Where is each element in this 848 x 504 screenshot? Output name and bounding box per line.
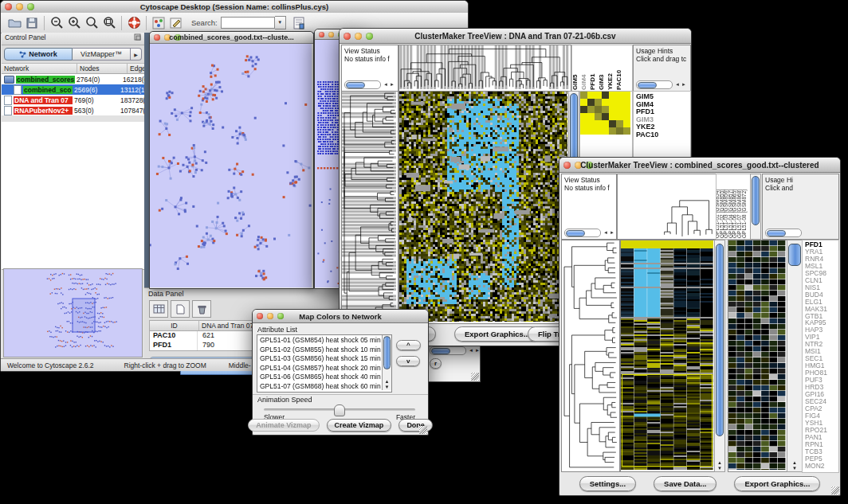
scroll-arrows-icon[interactable]: ▲▼	[715, 460, 724, 471]
attribute-list-item[interactable]: GPL51-04 (GSM857) heat shock 20 min	[260, 364, 391, 373]
scroll-arrows-icon[interactable]: ◄►	[603, 230, 616, 235]
fragment-hscrollbar[interactable]	[430, 346, 466, 355]
tab-network[interactable]: Network	[4, 48, 73, 61]
gene-list-item[interactable]: CPA2	[803, 405, 838, 412]
gene-list-item[interactable]: MON2	[803, 463, 838, 470]
gene-list-item[interactable]: RPN1	[803, 441, 838, 448]
annotation-icon[interactable]	[167, 15, 185, 31]
scroll-arrows-icon[interactable]: ◄►	[383, 82, 396, 87]
report-icon[interactable]	[291, 15, 308, 31]
usage-hints-scrollbar[interactable]	[765, 229, 802, 237]
open-file-icon[interactable]	[6, 15, 23, 31]
network-list-item[interactable]: combined_scores2764(0)16218(0)	[2, 74, 144, 84]
network-view-title-bar[interactable]: combined_scores_good.txt--cluste...	[150, 32, 313, 44]
close-button[interactable]	[319, 32, 324, 37]
modify-network-icon[interactable]	[150, 15, 167, 31]
resize-grip[interactable]	[419, 426, 427, 434]
tv1-column-label[interactable]: GIM5	[571, 74, 579, 90]
resize-grip[interactable]	[831, 486, 839, 494]
save-data-button[interactable]: Save Data...	[654, 476, 716, 491]
attribute-down-button[interactable]: v	[396, 356, 420, 366]
zoom-out-icon[interactable]	[48, 15, 65, 31]
zoom-fit-icon[interactable]	[83, 15, 100, 31]
attribute-list-item[interactable]: GPL51-03 (GSM856) heat shock 15 min	[260, 354, 391, 364]
animation-speed-slider[interactable]	[264, 408, 415, 411]
export-graphics-button[interactable]: Export Graphics...	[734, 476, 820, 491]
tv1-global-heatmap-canvas[interactable]	[399, 92, 567, 322]
tv1-row-dendrogram-canvas[interactable]	[342, 92, 396, 322]
resize-grip[interactable]	[471, 373, 479, 381]
attribute-up-button[interactable]: ^	[396, 340, 421, 350]
main-title-bar[interactable]: Cytoscape Desktop (Session Name: collins…	[1, 1, 468, 14]
scroll-arrows-icon[interactable]: ▲▼	[383, 379, 391, 390]
gene-list-item[interactable]: GPI16	[803, 391, 838, 398]
view-status-scrollbar[interactable]	[564, 229, 601, 237]
tv1-column-label[interactable]: GIM3	[598, 74, 605, 90]
save-icon[interactable]	[23, 15, 41, 31]
gene-list-item[interactable]: NIS1	[803, 284, 838, 291]
tab-overflow-arrow[interactable]: ▶	[131, 48, 142, 61]
search-dropdown-arrow[interactable]: ▼	[275, 16, 286, 29]
gene-list-item[interactable]: GTB1	[803, 313, 838, 320]
gene-list-item[interactable]: SEC24	[803, 398, 838, 405]
attribute-list-item[interactable]: GPL51-06 (GSM865) heat shock 40 min	[260, 373, 391, 382]
gene-list-item[interactable]: PHO81	[803, 369, 838, 377]
tv2-zoom-heatmap-canvas[interactable]	[728, 240, 786, 470]
tv1-column-label[interactable]: YKE2	[607, 73, 614, 90]
map-colors-title-bar[interactable]: Map Colors to Network	[253, 310, 428, 323]
data-table-column-header[interactable]: ID	[150, 321, 199, 330]
gene-list-item[interactable]: GIM3	[634, 116, 690, 124]
gene-list-item[interactable]: TCB3	[803, 448, 838, 455]
gene-list-item[interactable]: HAP3	[803, 326, 838, 334]
gene-list-item[interactable]: VIP1	[803, 334, 838, 341]
attribute-list-item[interactable]: GPL51-07 (GSM868) heat shock 60 min	[260, 382, 391, 392]
network-overview-canvas[interactable]	[4, 269, 142, 355]
gene-list-item[interactable]: PFD1	[634, 108, 690, 116]
gene-list-item[interactable]: CLN1	[803, 277, 838, 284]
delete-attribute-icon[interactable]	[192, 300, 211, 318]
attribute-list-item[interactable]: GPL51-01 (GSM854) heat shock 05 min	[260, 336, 391, 346]
gene-list-item[interactable]: BUD4	[803, 291, 838, 299]
usage-hints-scrollbar[interactable]	[636, 80, 673, 89]
gene-list-item[interactable]: PAN1	[803, 434, 838, 441]
gene-list-item[interactable]: GIM5	[634, 93, 690, 101]
scroll-arrows-icon[interactable]: ◄►	[469, 348, 481, 353]
gene-list-item[interactable]: ELG1	[803, 299, 838, 306]
attribute-list-item[interactable]: GPL51-02 (GSM855) heat shock 10 min	[260, 346, 391, 355]
gene-list-item[interactable]: PFD1	[803, 241, 838, 248]
tv2-column-label[interactable]: GPL51-08 (GSM872)	[741, 189, 747, 238]
treeview1-title-bar[interactable]: ClusterMaker TreeView : DNA and Tran 07-…	[340, 29, 691, 44]
new-attribute-icon[interactable]	[171, 300, 190, 318]
tv2-global-heatmap-canvas[interactable]	[621, 240, 713, 470]
network-list-item[interactable]: DNA and Tran 07769(0)183728(0)	[2, 95, 144, 105]
treeview2-title-bar[interactable]: ClusterMaker TreeView : combined_scores_…	[559, 158, 840, 173]
tv2-heatmap-vscrollbar[interactable]: ▲▼	[714, 240, 725, 472]
search-input[interactable]	[221, 17, 275, 29]
view-status-scrollbar[interactable]	[344, 80, 381, 89]
gene-list-item[interactable]: PUF3	[803, 377, 838, 384]
scroll-arrows-icon[interactable]: ◄►	[675, 82, 688, 87]
gene-list-item[interactable]: YSH1	[803, 420, 838, 427]
attribute-list-vscrollbar[interactable]: ▲▼	[382, 335, 391, 390]
network-table-column-header[interactable]: Nodes	[77, 64, 128, 73]
network-view-canvas[interactable]	[150, 44, 312, 287]
gene-list-item[interactable]: RNR4	[803, 256, 838, 263]
slider-thumb[interactable]	[334, 404, 345, 416]
gene-list-item[interactable]: NTR2	[803, 341, 838, 348]
network-list-item[interactable]: RNAPuberNov2+563(0)107847(0)	[2, 105, 144, 115]
gene-list-item[interactable]: MSL1	[803, 263, 838, 270]
network-list-item[interactable]: combined_sco2569(6)13112(15)	[2, 84, 144, 95]
tv1-column-label[interactable]: PAC10	[615, 70, 622, 90]
tv1-zoom-heatmap-canvas[interactable]	[580, 92, 630, 135]
tv2-genelist-vscrollbar[interactable]: ▲▼	[787, 240, 803, 472]
gene-list-item[interactable]: MSI1	[803, 348, 838, 355]
tv2-row-dendrogram-canvas[interactable]	[562, 240, 618, 470]
gene-list-item[interactable]: YKE2	[634, 123, 690, 131]
gene-list-item[interactable]: HRD3	[803, 384, 838, 391]
tv1-column-dendrogram-canvas[interactable]	[399, 45, 569, 89]
float-panel-icon[interactable]	[134, 33, 141, 44]
animate-vizmap-button[interactable]: Animate Vizmap	[248, 419, 319, 432]
tab-vizmapper[interactable]: VizMapper™	[73, 48, 131, 61]
gene-list-item[interactable]: RPO21	[803, 427, 838, 434]
gene-list-item[interactable]: MAK31	[803, 306, 838, 313]
